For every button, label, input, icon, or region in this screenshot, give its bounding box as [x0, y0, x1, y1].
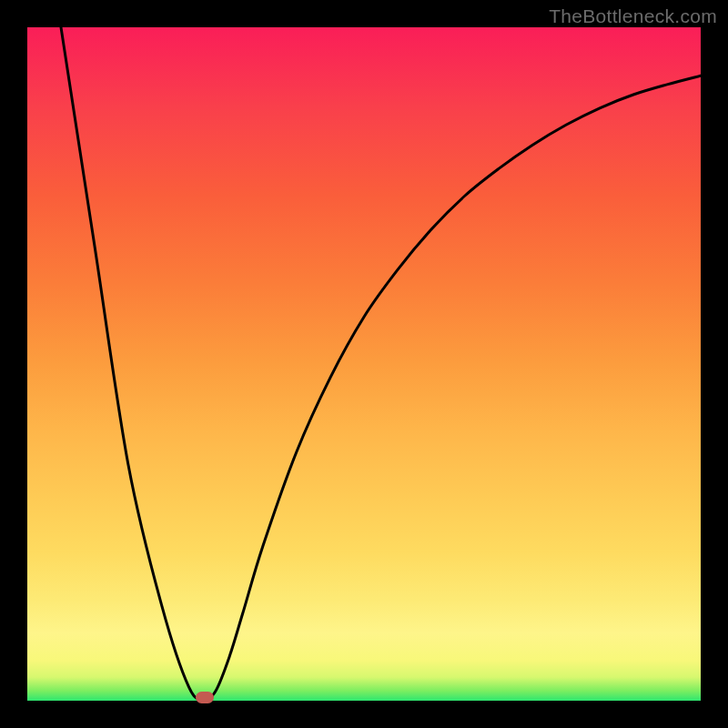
minimum-marker: [196, 692, 214, 703]
chart-curve-path: [61, 27, 701, 700]
watermark-text: TheBottleneck.com: [549, 5, 717, 27]
chart-plot-area: [27, 27, 701, 701]
chart-curve-svg: [27, 27, 701, 701]
chart-frame: TheBottleneck.com: [0, 0, 728, 728]
